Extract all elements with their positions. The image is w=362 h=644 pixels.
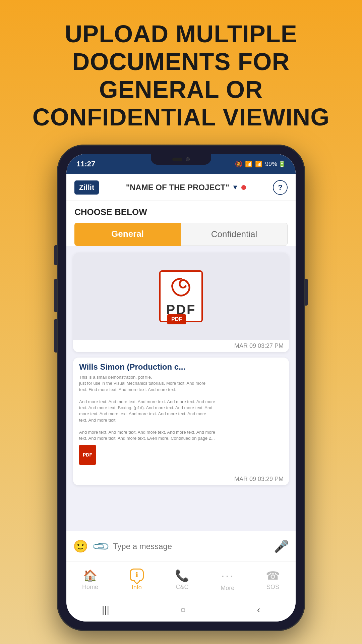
project-name-container[interactable]: "NAME OF THE PROJECT" ▼ [106, 183, 266, 192]
nav-item-info[interactable]: ℹ Info [130, 569, 144, 591]
mic-button[interactable]: 🎤 [274, 539, 289, 553]
emoji-button[interactable]: 🙂 [73, 539, 88, 553]
tab-row: General Confidential [74, 223, 288, 246]
android-back-button[interactable]: ‹ [257, 604, 260, 615]
nav-label-cnc: C&C [176, 584, 188, 591]
status-time: 11:27 [76, 160, 95, 168]
message-input[interactable] [113, 537, 268, 555]
notification-dot [241, 185, 246, 190]
home-icon: 🏠 [83, 569, 97, 582]
message-bubble-pdf[interactable]: PDF PDF MAR 09 03:27 PM [73, 253, 289, 352]
info-nav-icon-container: ℹ [130, 569, 144, 583]
power-button [305, 279, 308, 306]
attach-button[interactable]: 📎 [91, 537, 110, 556]
message-input-bar: 🙂 📎 🎤 [66, 531, 296, 561]
nav-item-cnc[interactable]: 📞 C&C [175, 569, 189, 591]
nav-label-info: Info [132, 584, 142, 591]
tab-general[interactable]: General [74, 223, 181, 246]
android-nav-bar: ||| ○ ‹ [66, 598, 296, 622]
nav-item-sos[interactable]: ☎ SOS [266, 569, 280, 591]
battery-icon-symbol: 🔋 [278, 160, 286, 168]
tab-confidential[interactable]: Confidential [181, 223, 288, 246]
volume-mute-button [54, 245, 57, 265]
promo-header: UPLOAD MULTIPLE DOCUMENTS FOR GENERAL OR… [0, 0, 362, 145]
doc-pdf-attachment: PDF [79, 445, 283, 465]
camera-lens [186, 157, 190, 161]
app-header: Zillit "NAME OF THE PROJECT" ▼ ? [66, 174, 296, 201]
phone-screen: 11:27 🔕 📶 📶 99% 🔋 Zillit "NAME OF THE PR… [66, 154, 296, 622]
wifi-icon: 📶 [245, 160, 252, 168]
nav-item-more[interactable]: ··· More [221, 568, 234, 592]
cnc-icon: 📞 [175, 569, 189, 582]
choose-section: CHOOSE BELOW General Confidential [66, 201, 296, 246]
doc-preview-text: This is a small demonstration. pdf file.… [79, 374, 283, 441]
volume-down-button [54, 319, 57, 353]
signal-icon: 📶 [255, 160, 262, 168]
message-bubble-doc[interactable]: Wills Simon (Production c... This is a s… [73, 358, 289, 485]
android-recent-button[interactable]: ||| [102, 604, 109, 615]
acrobat-swirl-svg [168, 275, 194, 302]
doc-title: Wills Simon (Production c... [73, 358, 289, 374]
phone-mockup: 11:27 🔕 📶 📶 99% 🔋 Zillit "NAME OF THE PR… [57, 145, 305, 631]
info-bubble-icon: ℹ [130, 569, 144, 581]
android-home-button[interactable]: ○ [180, 604, 186, 615]
message-timestamp-2: MAR 09 03:29 PM [73, 473, 289, 485]
battery-percent: 99% [265, 161, 277, 168]
sos-icon: ☎ [266, 569, 280, 582]
status-icons: 🔕 📶 📶 99% 🔋 [235, 160, 286, 168]
notification-icon: 🔕 [235, 160, 242, 168]
dropdown-arrow-icon: ▼ [232, 183, 239, 191]
pdf-thumbnail: PDF PDF [73, 253, 289, 340]
pdf-icon-small: PDF [79, 445, 96, 465]
nav-item-home[interactable]: 🏠 Home [82, 569, 98, 591]
message-timestamp-1: MAR 09 03:27 PM [73, 340, 289, 352]
zillit-logo: Zillit [74, 180, 99, 195]
doc-preview: This is a small demonstration. pdf file.… [73, 374, 289, 473]
chat-area[interactable]: PDF PDF MAR 09 03:27 PM Wills Simon (Pro… [66, 246, 296, 531]
help-button[interactable]: ? [273, 180, 288, 195]
nav-label-sos: SOS [266, 584, 279, 591]
nav-label-home: Home [82, 584, 98, 591]
nav-label-more: More [221, 585, 234, 592]
battery-indicator: 99% 🔋 [265, 160, 286, 168]
camera-notch [151, 154, 211, 165]
more-icon: ··· [221, 568, 234, 583]
choose-label: CHOOSE BELOW [74, 207, 288, 217]
pdf-icon-large: PDF PDF [159, 270, 203, 322]
promo-title: UPLOAD MULTIPLE DOCUMENTS FOR GENERAL OR… [27, 20, 335, 131]
bottom-nav: 🏠 Home ℹ Info 📞 C&C ··· More ☎ SOS [66, 561, 296, 598]
volume-up-button [54, 279, 57, 312]
project-name-text: "NAME OF THE PROJECT" [126, 183, 229, 192]
speaker-sensor [172, 158, 182, 161]
pdf-border: PDF PDF [159, 270, 203, 322]
